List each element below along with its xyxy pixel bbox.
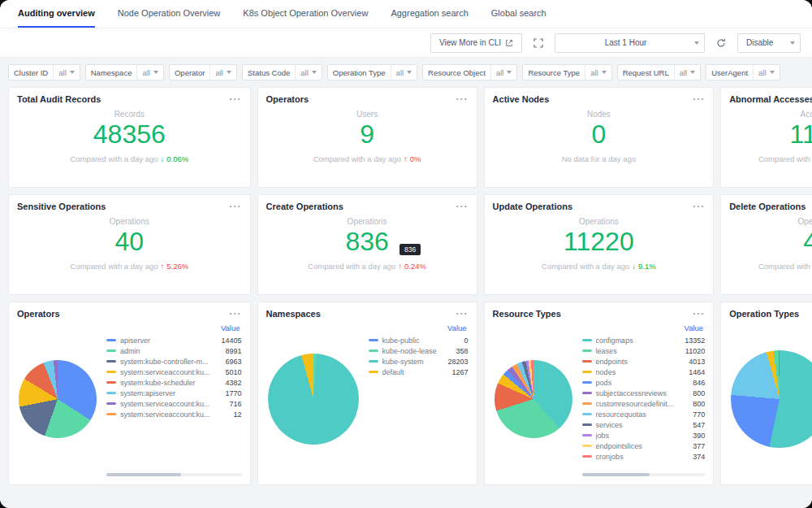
filter-label: Request URL bbox=[618, 68, 674, 77]
legend-value-header[interactable]: Value bbox=[369, 323, 469, 335]
more-menu-button[interactable] bbox=[456, 202, 469, 211]
legend-item[interactable]: configmaps13352 bbox=[582, 335, 706, 345]
legend-item[interactable]: default1267 bbox=[369, 367, 469, 377]
legend-item[interactable]: jobs390 bbox=[582, 430, 706, 441]
tab-aggregation-search[interactable]: Aggregation search bbox=[391, 0, 468, 28]
fullscreen-icon[interactable] bbox=[529, 33, 548, 53]
legend-swatch bbox=[106, 392, 116, 394]
legend-swatch bbox=[582, 423, 592, 426]
legend-item[interactable]: system:serviceaccount:ku...716 bbox=[106, 398, 242, 409]
legend-item[interactable]: system:serviceaccount:ku...12 bbox=[106, 409, 242, 419]
more-menu-button[interactable] bbox=[693, 94, 705, 104]
filter-value-select[interactable]: all bbox=[391, 65, 417, 80]
legend-label: resourcequotas bbox=[596, 410, 674, 419]
pie-chart[interactable] bbox=[268, 354, 359, 445]
trend-down-icon: ↓ bbox=[161, 154, 165, 163]
filter-value-select[interactable]: all bbox=[490, 65, 517, 80]
legend-value: 4013 bbox=[677, 358, 705, 366]
scrollbar-thumb[interactable] bbox=[582, 473, 650, 476]
legend-item[interactable]: nodes1464 bbox=[582, 367, 706, 377]
filter-value-select[interactable]: all bbox=[585, 65, 611, 80]
legend-label: subjectaccessreviews bbox=[596, 389, 674, 397]
compare-text: Compared with a day ago↓9.1% bbox=[485, 262, 714, 271]
legend-scrollbar bbox=[106, 473, 242, 476]
filter-value-select[interactable]: all bbox=[136, 65, 163, 80]
time-range-select[interactable]: Last 1 Hour bbox=[555, 33, 705, 53]
filter-value-select[interactable]: all bbox=[53, 65, 80, 80]
value-tooltip: 836 bbox=[400, 244, 421, 255]
legend-label: admin bbox=[120, 347, 210, 355]
legend-value-header[interactable]: Value bbox=[582, 323, 706, 335]
legend-item[interactable]: pods846 bbox=[582, 377, 706, 388]
legend-value: 8991 bbox=[214, 347, 242, 355]
legend-rows: apiserver14405admin8991system:kube-contr… bbox=[106, 335, 242, 419]
legend-item[interactable]: system:kube-scheduler4382 bbox=[106, 377, 242, 388]
chart-card-resource-types: Resource Types Value configmaps13352leas… bbox=[484, 302, 715, 485]
tab-auditing-overview[interactable]: Auditing overview bbox=[18, 0, 95, 28]
legend-item[interactable]: services547 bbox=[582, 419, 706, 430]
legend-item[interactable]: system:apiserver1770 bbox=[106, 388, 242, 398]
card-title: Namespaces bbox=[266, 309, 321, 319]
pie-chart[interactable] bbox=[19, 360, 97, 438]
filter-value-select[interactable]: all bbox=[674, 65, 701, 80]
legend-swatch bbox=[369, 360, 378, 363]
chart-card-namespaces: Namespaces Value kube-public0kube-node-l… bbox=[257, 302, 477, 485]
pie-chart[interactable] bbox=[495, 360, 572, 438]
legend-item[interactable]: system:serviceaccount:ku...5010 bbox=[106, 367, 242, 377]
more-menu-button[interactable] bbox=[456, 309, 469, 319]
card-title: Create Operations bbox=[266, 202, 343, 211]
legend-item[interactable]: cronjobs374 bbox=[582, 451, 706, 462]
legend-item[interactable]: kube-system28203 bbox=[369, 356, 469, 367]
legend-item[interactable]: endpointslices377 bbox=[582, 441, 706, 451]
more-menu-button[interactable] bbox=[456, 94, 469, 104]
legend-item[interactable]: leases11020 bbox=[582, 345, 706, 356]
legend-item[interactable]: apiserver14405 bbox=[106, 335, 242, 345]
stat-value: 9 bbox=[258, 119, 477, 150]
chart-body: Value kube-public0kube-node-lease358kube… bbox=[258, 320, 477, 483]
tab-node-operation-overview[interactable]: Node Operation Overview bbox=[118, 0, 221, 28]
filter-value-select[interactable]: all bbox=[295, 65, 322, 80]
card-title: Sensitive Operations bbox=[17, 202, 106, 211]
legend-label: kube-node-lease bbox=[382, 347, 437, 355]
toolbar: View More in CLI Last 1 Hour Disable bbox=[0, 28, 812, 58]
legend-value: 1770 bbox=[214, 389, 242, 397]
trend-up-icon: ↑ bbox=[161, 262, 165, 271]
view-more-cli-button[interactable]: View More in CLI bbox=[430, 33, 522, 53]
filter-value-select[interactable]: all bbox=[753, 65, 780, 80]
chevron-down-icon bbox=[770, 71, 775, 74]
legend-item[interactable]: system:kube-controller-m...6963 bbox=[106, 356, 242, 367]
chevron-down-icon bbox=[407, 71, 412, 74]
refresh-icon[interactable] bbox=[711, 33, 731, 53]
disable-select[interactable]: Disable bbox=[737, 33, 801, 53]
more-menu-button[interactable] bbox=[693, 202, 705, 211]
filter-bar: Cluster ID all Namespace all Operator al… bbox=[8, 64, 804, 80]
legend-item[interactable]: customresourcedefinit...800 bbox=[582, 398, 706, 409]
legend-label: system:serviceaccount:ku... bbox=[120, 410, 210, 419]
more-menu-button[interactable] bbox=[230, 94, 242, 104]
legend-item[interactable]: kube-public0 bbox=[369, 335, 469, 345]
legend-scrollbar bbox=[582, 473, 706, 476]
chevron-down-icon bbox=[694, 41, 699, 45]
legend-item[interactable]: endpoints4013 bbox=[582, 356, 706, 367]
legend-label: jobs bbox=[596, 432, 674, 440]
legend-item[interactable]: resourcequotas770 bbox=[582, 409, 706, 419]
legend-value: 390 bbox=[677, 432, 705, 440]
legend-value-header[interactable]: Value bbox=[106, 323, 242, 335]
legend-swatch bbox=[369, 350, 378, 352]
chart-body: Value apiserver14405admin8991system:kube… bbox=[9, 320, 250, 483]
legend-item[interactable]: subjectaccessreviews800 bbox=[582, 388, 706, 398]
scrollbar-thumb[interactable] bbox=[106, 473, 181, 476]
chart-legend: Value kube-public0kube-node-lease358kube… bbox=[369, 322, 469, 476]
more-menu-button[interactable] bbox=[230, 309, 242, 319]
more-menu-button[interactable] bbox=[230, 202, 242, 211]
legend-item[interactable]: kube-node-lease358 bbox=[369, 345, 469, 356]
filter-value-select[interactable]: all bbox=[209, 65, 236, 80]
tab-global-search[interactable]: Global search bbox=[491, 0, 546, 28]
chevron-down-icon bbox=[227, 71, 231, 74]
tab-bar: Auditing overview Node Operation Overvie… bbox=[0, 0, 812, 28]
compare-text: Compared with a day ago↑0.17% bbox=[721, 154, 812, 163]
pie-chart[interactable] bbox=[731, 350, 812, 448]
legend-item[interactable]: admin8991 bbox=[106, 345, 242, 356]
tab-k8s-object-operation-overview[interactable]: K8s Object Operation Overview bbox=[243, 0, 368, 28]
more-menu-button[interactable] bbox=[693, 309, 705, 319]
